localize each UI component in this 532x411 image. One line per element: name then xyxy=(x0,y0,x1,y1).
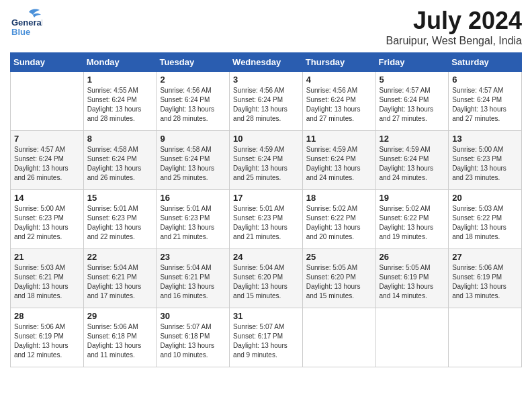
day-info: Sunrise: 5:01 AM Sunset: 6:23 PM Dayligh… xyxy=(87,204,153,242)
day-number: 27 xyxy=(452,252,518,262)
calendar-header-saturday: Saturday xyxy=(449,53,522,72)
calendar-cell: 4Sunrise: 4:56 AM Sunset: 6:24 PM Daylig… xyxy=(302,72,375,131)
calendar-cell xyxy=(449,308,522,367)
day-number: 31 xyxy=(233,311,299,321)
day-info: Sunrise: 5:00 AM Sunset: 6:23 PM Dayligh… xyxy=(14,204,80,242)
day-info: Sunrise: 5:03 AM Sunset: 6:22 PM Dayligh… xyxy=(452,204,518,242)
day-info: Sunrise: 5:04 AM Sunset: 6:21 PM Dayligh… xyxy=(87,263,153,301)
day-info: Sunrise: 4:59 AM Sunset: 6:24 PM Dayligh… xyxy=(306,145,372,183)
calendar-table: SundayMondayTuesdayWednesdayThursdayFrid… xyxy=(10,52,522,367)
day-info: Sunrise: 4:56 AM Sunset: 6:24 PM Dayligh… xyxy=(233,86,299,124)
day-info: Sunrise: 5:04 AM Sunset: 6:21 PM Dayligh… xyxy=(160,263,226,301)
calendar-cell: 1Sunrise: 4:55 AM Sunset: 6:24 PM Daylig… xyxy=(83,72,157,131)
day-number: 22 xyxy=(87,252,153,262)
calendar-cell: 9Sunrise: 4:58 AM Sunset: 6:24 PM Daylig… xyxy=(157,131,230,190)
logo: General Blue xyxy=(10,7,42,39)
day-info: Sunrise: 4:59 AM Sunset: 6:24 PM Dayligh… xyxy=(380,145,445,183)
day-number: 19 xyxy=(380,193,445,203)
day-number: 9 xyxy=(160,134,226,144)
calendar-header-thursday: Thursday xyxy=(302,53,375,72)
calendar-cell: 25Sunrise: 5:05 AM Sunset: 6:20 PM Dayli… xyxy=(302,249,375,308)
day-info: Sunrise: 4:59 AM Sunset: 6:24 PM Dayligh… xyxy=(233,145,299,183)
calendar-cell: 10Sunrise: 4:59 AM Sunset: 6:24 PM Dayli… xyxy=(230,131,303,190)
calendar-cell: 5Sunrise: 4:57 AM Sunset: 6:24 PM Daylig… xyxy=(375,72,449,131)
day-number: 15 xyxy=(87,193,153,203)
calendar-cell: 30Sunrise: 5:07 AM Sunset: 6:18 PM Dayli… xyxy=(157,308,230,367)
day-number: 5 xyxy=(380,75,445,85)
day-info: Sunrise: 4:57 AM Sunset: 6:24 PM Dayligh… xyxy=(380,86,445,124)
day-number: 28 xyxy=(14,311,80,321)
day-info: Sunrise: 5:06 AM Sunset: 6:19 PM Dayligh… xyxy=(14,322,80,360)
calendar-cell: 20Sunrise: 5:03 AM Sunset: 6:22 PM Dayli… xyxy=(449,190,522,249)
day-info: Sunrise: 5:01 AM Sunset: 6:23 PM Dayligh… xyxy=(233,204,299,242)
calendar-cell: 17Sunrise: 5:01 AM Sunset: 6:23 PM Dayli… xyxy=(230,190,303,249)
day-number: 14 xyxy=(14,193,80,203)
calendar-cell: 31Sunrise: 5:07 AM Sunset: 6:17 PM Dayli… xyxy=(230,308,303,367)
day-info: Sunrise: 5:07 AM Sunset: 6:17 PM Dayligh… xyxy=(233,322,299,360)
day-info: Sunrise: 5:06 AM Sunset: 6:19 PM Dayligh… xyxy=(452,263,518,301)
logo-icon: General Blue xyxy=(10,7,42,36)
calendar-cell: 23Sunrise: 5:04 AM Sunset: 6:21 PM Dayli… xyxy=(157,249,230,308)
day-number: 30 xyxy=(160,311,226,321)
calendar-cell: 18Sunrise: 5:02 AM Sunset: 6:22 PM Dayli… xyxy=(302,190,375,249)
day-info: Sunrise: 5:00 AM Sunset: 6:23 PM Dayligh… xyxy=(452,145,518,183)
day-info: Sunrise: 5:04 AM Sunset: 6:20 PM Dayligh… xyxy=(233,263,299,301)
calendar-cell: 27Sunrise: 5:06 AM Sunset: 6:19 PM Dayli… xyxy=(449,249,522,308)
calendar-cell: 12Sunrise: 4:59 AM Sunset: 6:24 PM Dayli… xyxy=(375,131,449,190)
calendar-cell: 26Sunrise: 5:05 AM Sunset: 6:19 PM Dayli… xyxy=(375,249,449,308)
day-number: 25 xyxy=(306,252,372,262)
day-number: 2 xyxy=(160,75,226,85)
day-info: Sunrise: 5:02 AM Sunset: 6:22 PM Dayligh… xyxy=(306,204,372,242)
day-number: 13 xyxy=(452,134,518,144)
calendar-cell: 14Sunrise: 5:00 AM Sunset: 6:23 PM Dayli… xyxy=(11,190,84,249)
day-info: Sunrise: 5:07 AM Sunset: 6:18 PM Dayligh… xyxy=(160,322,226,360)
day-info: Sunrise: 4:56 AM Sunset: 6:24 PM Dayligh… xyxy=(160,86,226,124)
calendar-cell: 11Sunrise: 4:59 AM Sunset: 6:24 PM Dayli… xyxy=(302,131,375,190)
day-number: 6 xyxy=(452,75,518,85)
day-info: Sunrise: 5:03 AM Sunset: 6:21 PM Dayligh… xyxy=(14,263,80,301)
calendar-week-1: 1Sunrise: 4:55 AM Sunset: 6:24 PM Daylig… xyxy=(11,72,522,131)
calendar-cell: 24Sunrise: 5:04 AM Sunset: 6:20 PM Dayli… xyxy=(230,249,303,308)
calendar-header-friday: Friday xyxy=(375,53,449,72)
day-number: 10 xyxy=(233,134,299,144)
day-number: 18 xyxy=(306,193,372,203)
calendar-cell: 21Sunrise: 5:03 AM Sunset: 6:21 PM Dayli… xyxy=(11,249,84,308)
day-number: 24 xyxy=(233,252,299,262)
calendar-cell: 7Sunrise: 4:57 AM Sunset: 6:24 PM Daylig… xyxy=(11,131,84,190)
day-number: 21 xyxy=(14,252,80,262)
calendar-cell: 28Sunrise: 5:06 AM Sunset: 6:19 PM Dayli… xyxy=(11,308,84,367)
calendar-week-2: 7Sunrise: 4:57 AM Sunset: 6:24 PM Daylig… xyxy=(11,131,522,190)
calendar-cell xyxy=(375,308,449,367)
calendar-cell: 16Sunrise: 5:01 AM Sunset: 6:23 PM Dayli… xyxy=(157,190,230,249)
calendar-header-tuesday: Tuesday xyxy=(157,53,230,72)
calendar-cell: 6Sunrise: 4:57 AM Sunset: 6:24 PM Daylig… xyxy=(449,72,522,131)
calendar-cell xyxy=(302,308,375,367)
day-info: Sunrise: 5:02 AM Sunset: 6:22 PM Dayligh… xyxy=(380,204,445,242)
day-info: Sunrise: 4:58 AM Sunset: 6:24 PM Dayligh… xyxy=(160,145,226,183)
calendar-header-sunday: Sunday xyxy=(11,53,84,72)
day-info: Sunrise: 4:57 AM Sunset: 6:24 PM Dayligh… xyxy=(452,86,518,124)
calendar-header-row: SundayMondayTuesdayWednesdayThursdayFrid… xyxy=(11,53,522,72)
day-number: 11 xyxy=(306,134,372,144)
day-info: Sunrise: 4:55 AM Sunset: 6:24 PM Dayligh… xyxy=(87,86,153,124)
title-block: July 2024 Baruipur, West Bengal, India xyxy=(386,7,523,47)
svg-text:General: General xyxy=(11,17,42,28)
day-info: Sunrise: 5:05 AM Sunset: 6:19 PM Dayligh… xyxy=(380,263,445,301)
calendar-week-5: 28Sunrise: 5:06 AM Sunset: 6:19 PM Dayli… xyxy=(11,308,522,367)
location: Baruipur, West Bengal, India xyxy=(386,35,523,47)
day-number: 7 xyxy=(14,134,80,144)
day-number: 4 xyxy=(306,75,372,85)
day-number: 23 xyxy=(160,252,226,262)
calendar-cell: 22Sunrise: 5:04 AM Sunset: 6:21 PM Dayli… xyxy=(83,249,157,308)
calendar-cell: 2Sunrise: 4:56 AM Sunset: 6:24 PM Daylig… xyxy=(157,72,230,131)
day-info: Sunrise: 4:56 AM Sunset: 6:24 PM Dayligh… xyxy=(306,86,372,124)
calendar-cell: 13Sunrise: 5:00 AM Sunset: 6:23 PM Dayli… xyxy=(449,131,522,190)
calendar-header-wednesday: Wednesday xyxy=(230,53,303,72)
calendar-cell xyxy=(11,72,84,131)
svg-text:Blue: Blue xyxy=(11,27,30,36)
day-number: 8 xyxy=(87,134,153,144)
day-info: Sunrise: 5:01 AM Sunset: 6:23 PM Dayligh… xyxy=(160,204,226,242)
calendar-cell: 3Sunrise: 4:56 AM Sunset: 6:24 PM Daylig… xyxy=(230,72,303,131)
day-number: 16 xyxy=(160,193,226,203)
day-number: 20 xyxy=(452,193,518,203)
